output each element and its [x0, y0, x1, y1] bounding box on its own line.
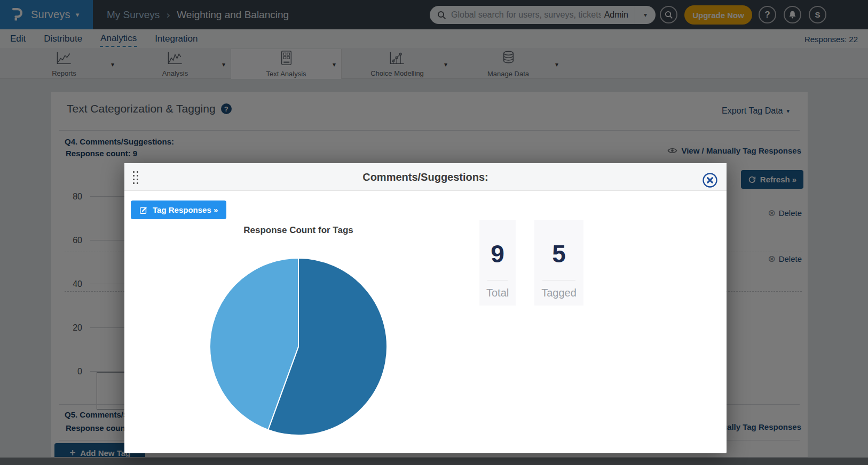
stat-total-label: Total: [486, 287, 509, 299]
stat-divider: [542, 280, 575, 280]
stat-total-value: 9: [486, 239, 509, 268]
modal-title: Comments/Suggestions:: [124, 163, 727, 191]
edit-pencil-icon: [139, 206, 148, 214]
stat-tagged-label: Tagged: [541, 287, 577, 299]
stat-tagged: 5 Tagged: [534, 220, 583, 306]
pie-chart: [209, 257, 388, 436]
pie-chart-title: Response Count for Tags: [192, 225, 405, 236]
tag-stats: 9 Total 5 Tagged: [479, 220, 583, 306]
stat-total: 9 Total: [479, 220, 516, 306]
pie-chart-container: [209, 257, 388, 436]
tag-responses-button[interactable]: Tag Responses »: [131, 201, 226, 219]
comments-suggestions-modal: Comments/Suggestions: Tag Responses » Re…: [124, 163, 727, 453]
stat-tagged-value: 5: [541, 239, 577, 268]
close-icon[interactable]: [702, 172, 718, 188]
stat-divider: [487, 280, 508, 280]
app-screen: Surveys ▾ My Surveys › Weighting and Bal…: [0, 0, 868, 465]
drag-handle[interactable]: [133, 171, 139, 185]
